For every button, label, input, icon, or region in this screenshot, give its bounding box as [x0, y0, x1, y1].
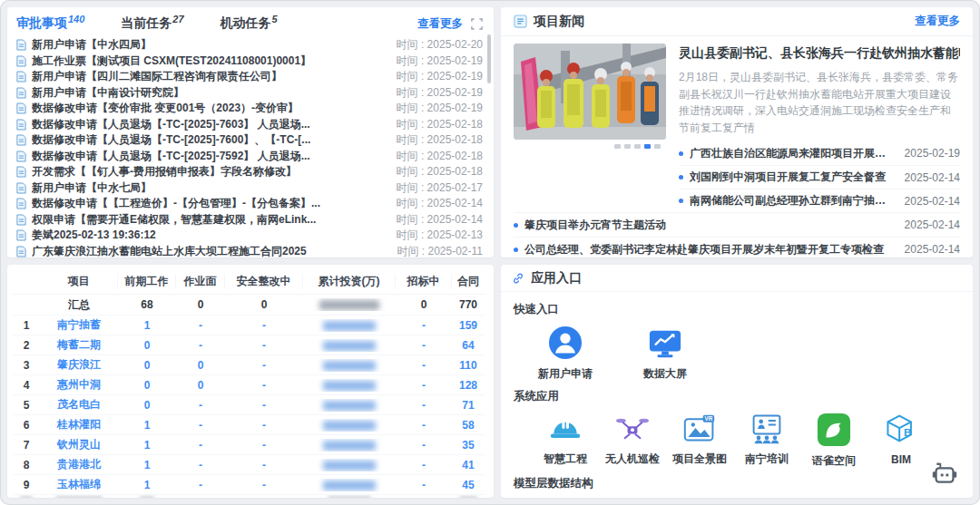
approval-time: 时间 : 2025-02-19: [397, 53, 483, 69]
featured-news-title[interactable]: 灵山县委副书记、县长张海兵一行赴钦州抽水蓄能电站调研: [679, 45, 960, 62]
approval-item[interactable]: 姜斌2025-02-13 19:36:12 时间 : 2025-02-13: [16, 228, 483, 244]
approval-title: 开发需求【【钉人事-费用报销申报表】字段名称修改】: [32, 164, 387, 180]
apps-panel: 应用入口 快速入口 新用户申请 数据大屏 系统应用: [501, 265, 973, 498]
approval-title: 数据修改申请【【工程造价】-【分包管理】-【分包备案】...: [32, 196, 387, 211]
approval-time: 时间 : 2025-02-17: [397, 180, 483, 196]
approval-time: 时间 : 2025-02-18: [397, 117, 483, 132]
project-name-link[interactable]: 贵港港北: [40, 457, 118, 472]
carousel-dot[interactable]: [634, 144, 641, 149]
table-row[interactable]: 5 茂名电白 0 - - - 71: [13, 394, 485, 414]
news-item-title: 肇庆项目举办元宵节主题活动: [524, 218, 894, 233]
col-project: 项目: [40, 274, 118, 289]
tab-current-tasks[interactable]: 当前任务27: [121, 15, 183, 32]
approval-time: 时间 : 2025-02-18: [397, 132, 483, 148]
table-row[interactable]: 7 钦州灵山 1 - - - 35: [13, 434, 485, 454]
approvals-more-link[interactable]: 查看更多: [417, 16, 463, 32]
table-row[interactable]: 6 桂林灌阳 1 - - - 58: [13, 414, 485, 434]
approval-time: 时间 : 2025-02-19: [397, 85, 483, 101]
tab-approval-items[interactable]: 审批事项140: [16, 15, 84, 32]
project-name-link[interactable]: 南宁抽蓄: [40, 317, 118, 333]
row-index: 9: [13, 479, 40, 491]
row-index: 6: [13, 419, 40, 432]
news-item[interactable]: 广西壮族自治区能源局来灌阳项目开展春节启复... 2025-02-19: [679, 141, 960, 165]
document-icon: [16, 87, 26, 99]
data-screen-icon: [647, 325, 683, 360]
robot-assistant-icon[interactable]: [929, 460, 960, 494]
app-drone-inspection[interactable]: 无人机巡检: [603, 413, 662, 469]
app-bim[interactable]: B BIM: [871, 413, 931, 469]
app-smart-engineering[interactable]: 智慧工程: [535, 413, 595, 469]
col-bidding: 招标中: [396, 274, 452, 289]
approval-item[interactable]: 新用户申请【中水四局】 时间 : 2025-02-20: [16, 37, 483, 53]
approval-item[interactable]: 新用户申请【中南设计研究院】 时间 : 2025-02-19: [16, 85, 483, 102]
table-row[interactable]: 2 梅蓄二期 0 - - - 64: [13, 335, 485, 354]
approval-item[interactable]: 数据修改申请【变价审批 变更001号（2023）-变价审】 时间 : 2025-…: [16, 101, 483, 117]
news-item-title: 刘国刚到中洞项目开展复工复产安全督查: [690, 170, 894, 185]
row-index: 8: [13, 459, 40, 471]
project-name-link[interactable]: 惠州中洞: [40, 377, 118, 393]
approval-time: 时间 : 2025-02-13: [397, 228, 483, 243]
project-name-link[interactable]: 梅蓄二期: [40, 337, 118, 353]
table-rows: 1 南宁抽蓄 1 - - - 159 2 梅蓄二期 0 - - -: [13, 315, 485, 494]
news-item[interactable]: 南网储能公司副总经理孙立群到南宁抽水蓄能电... 2025-02-14: [679, 189, 960, 212]
project-name-link[interactable]: 玉林福绵: [40, 477, 118, 492]
project-name-link[interactable]: 茂名电白: [40, 397, 118, 413]
project-name-link[interactable]: 肇庆浪江: [40, 357, 118, 373]
new-user-icon: [548, 325, 583, 360]
carousel-dot-active[interactable]: [644, 144, 651, 149]
bullet-icon: [679, 151, 683, 156]
tab-mobile-tasks[interactable]: 机动任务5: [220, 15, 278, 32]
app-new-user-request[interactable]: 新用户申请: [535, 325, 595, 382]
app-panorama[interactable]: VR 项目全景图: [670, 413, 730, 469]
scrollbar-thumb[interactable]: [487, 34, 491, 83]
table-row-clipped: [13, 494, 485, 498]
tab-label: 当前任务: [121, 15, 172, 30]
approval-time: 时间 : 2025-02-18: [397, 164, 483, 180]
document-icon: [16, 134, 26, 146]
tab-label: 机动任务: [220, 15, 271, 30]
news-panel: 项目新闻 查看更多: [501, 7, 973, 257]
project-name-link[interactable]: 桂林灌阳: [40, 417, 118, 432]
table-row[interactable]: 4 惠州中洞 0 0 - - 128: [13, 374, 485, 394]
app-data-screen[interactable]: 数据大屏: [635, 325, 695, 382]
app-training[interactable]: 南宁培训: [737, 413, 797, 469]
approval-item[interactable]: 权限申请【需要开通E储权限，智慧基建权限，南网eLink... 时间 : 202…: [16, 212, 483, 228]
bim-cube-icon: B: [883, 413, 919, 447]
table-row[interactable]: 3 肇庆浪江 0 0 - - 110: [13, 354, 485, 374]
apps-panel-title: 应用入口: [531, 270, 582, 286]
table-row[interactable]: 1 南宁抽蓄 1 - - - 159: [13, 315, 485, 335]
carousel-dot[interactable]: [654, 144, 661, 149]
document-icon: [16, 246, 26, 257]
carousel-dot[interactable]: [614, 144, 621, 149]
app-yuque-space[interactable]: 语雀空间: [804, 413, 864, 469]
approval-item[interactable]: 开发需求【【钉人事-费用报销申报表】字段名称修改】 时间 : 2025-02-1…: [16, 164, 483, 180]
approval-item[interactable]: 新用户申请【四川二滩国际工程咨询有限责任公司】 时间 : 2025-02-19: [16, 69, 483, 85]
approval-item[interactable]: 数据修改申请【【工程造价】-【分包管理】-【分包备案】... 时间 : 2025…: [16, 196, 483, 212]
quick-entry-label: 快速入口: [514, 302, 960, 317]
dashboard: 审批事项140 当前任务27 机动任务5 查看更多 新用户申请【中水: [0, 0, 980, 505]
col-workface: 作业面: [176, 274, 225, 289]
approval-item[interactable]: 数据修改申请【人员退场【-TC-[2025]-7592】 人员退场... 时间 …: [16, 149, 483, 165]
approval-item[interactable]: 数据修改申请【人员退场【-TC-[2025]-7600】、【-TC-[... 时…: [16, 132, 483, 149]
news-photo[interactable]: [514, 44, 666, 140]
news-more-link[interactable]: 查看更多: [915, 14, 960, 29]
bullet-icon: [514, 248, 518, 252]
project-name-link[interactable]: 钦州灵山: [40, 437, 118, 452]
approval-title: 姜斌2025-02-13 19:36:12: [32, 228, 387, 243]
news-item-date: 2025-02-14: [905, 243, 960, 256]
table-row[interactable]: 8 贵港港北 1 - - - 41: [13, 454, 485, 474]
news-item[interactable]: 刘国刚到中洞项目开展复工复产安全督查 2025-02-14: [679, 165, 960, 189]
masked-investment-value: [303, 419, 396, 432]
masked-investment-value: [303, 439, 396, 452]
approval-item[interactable]: 数据修改申请【人员退场【-TC-[2025]-7603】 人员退场... 时间 …: [16, 117, 483, 133]
approval-item[interactable]: 新用户申请【中水七局】 时间 : 2025-02-17: [16, 180, 483, 197]
approval-item[interactable]: 施工作业票【测试项目 CSXM(TEST20241108001)0001】 时间…: [16, 53, 483, 70]
approval-item[interactable]: 广东肇庆浪江抽水蓄能电站上水库大坝工程施工合同2025 时间 : 2025-02…: [16, 244, 483, 258]
carousel-dot[interactable]: [624, 144, 631, 149]
table-row[interactable]: 9 玉林福绵 1 - - - 45: [13, 474, 485, 494]
expand-icon[interactable]: [471, 18, 483, 30]
document-icon: [16, 151, 26, 162]
document-icon: [16, 182, 26, 194]
news-item[interactable]: 肇庆项目举办元宵节主题活动 2025-02-14: [514, 212, 960, 237]
news-item[interactable]: 公司总经理、党委副书记李定林赴肇庆项目开展岁末年初暨开复工专项检查 2025-0…: [514, 237, 960, 257]
